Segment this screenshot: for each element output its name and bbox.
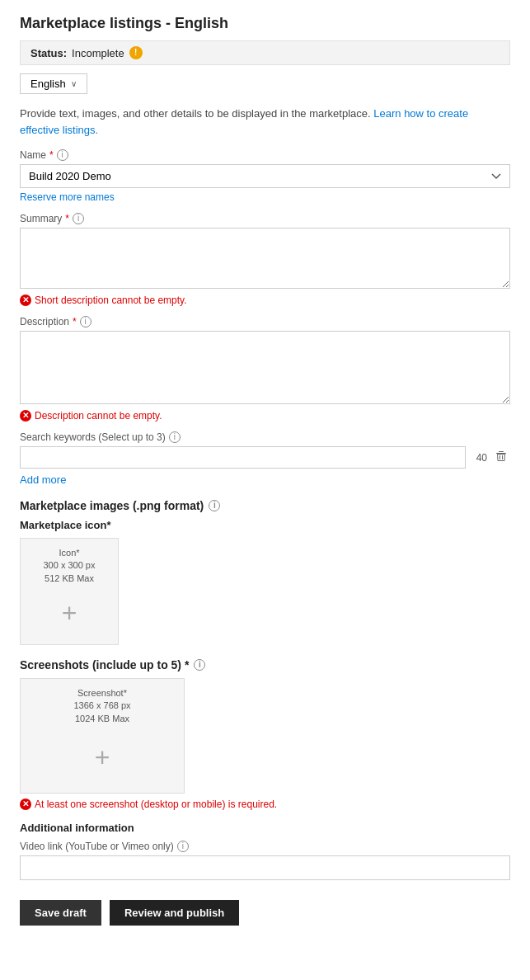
- icon-plus-icon: +: [62, 600, 77, 626]
- chevron-down-icon: ∨: [71, 79, 77, 88]
- screenshots-error-icon: ✕: [20, 799, 31, 810]
- screenshots-heading: Screenshots (include up to 5) * i: [20, 658, 510, 671]
- summary-error-icon: ✕: [20, 294, 31, 306]
- video-field-group: Video link (YouTube or Vimeo only) i: [20, 841, 510, 880]
- name-required: *: [49, 149, 54, 161]
- keywords-field-group: Search keywords (Select up to 3) i 40 Ad…: [20, 431, 510, 486]
- summary-field-group: Summary * i ✕ Short description cannot b…: [20, 213, 510, 306]
- name-info-icon[interactable]: i: [57, 149, 68, 161]
- keyword-delete-button[interactable]: [492, 449, 510, 466]
- status-icon: !: [129, 46, 143, 59]
- icon-upload-box[interactable]: Icon* 300 x 300 px 512 KB Max +: [20, 538, 119, 645]
- name-field-group: Name * i Build 2020 Demo Reserve more na…: [20, 149, 510, 203]
- description-label: Description * i: [20, 316, 510, 327]
- screenshot-plus-icon: +: [95, 744, 110, 770]
- keyword-count: 40: [471, 452, 487, 464]
- keywords-label: Search keywords (Select up to 3) i: [20, 431, 510, 443]
- trash-icon: [495, 450, 507, 462]
- page-title: Marketplace listings - English: [20, 15, 510, 32]
- bottom-buttons: Save draft Review and publish: [20, 900, 510, 926]
- svg-rect-1: [499, 451, 504, 452]
- description-error: ✕ Description cannot be empty.: [20, 410, 510, 422]
- language-button[interactable]: English ∨: [20, 73, 87, 94]
- info-text: Provide text, images, and other details …: [20, 106, 510, 138]
- status-value: Incomplete: [72, 47, 124, 59]
- name-label: Name * i: [20, 149, 510, 161]
- summary-error: ✕ Short description cannot be empty.: [20, 294, 510, 306]
- description-field-group: Description * i ✕ Description cannot be …: [20, 316, 510, 422]
- screenshots-error: ✕ At least one screenshot (desktop or mo…: [20, 799, 510, 810]
- screenshots-info-icon[interactable]: i: [194, 659, 205, 671]
- description-info-icon[interactable]: i: [80, 316, 91, 327]
- marketplace-icon-heading: Marketplace icon*: [20, 519, 510, 531]
- marketplace-images-heading: Marketplace images (.png format) i: [20, 499, 510, 512]
- screenshot-upload-box[interactable]: Screenshot* 1366 x 768 px 1024 KB Max +: [20, 678, 185, 794]
- status-bar: Status: Incomplete !: [20, 40, 510, 65]
- marketplace-images-info-icon[interactable]: i: [209, 500, 220, 511]
- summary-label: Summary * i: [20, 213, 510, 224]
- keywords-info-icon[interactable]: i: [169, 431, 181, 443]
- reserve-names-link[interactable]: Reserve more names: [20, 191, 510, 203]
- add-more-link[interactable]: Add more: [20, 474, 510, 486]
- description-error-icon: ✕: [20, 410, 31, 422]
- screenshot-upload-label: Screenshot* 1366 x 768 px 1024 KB Max: [73, 687, 130, 725]
- icon-upload-label: Icon* 300 x 300 px 512 KB Max: [44, 547, 96, 585]
- additional-info-section: Additional information Video link (YouTu…: [20, 822, 510, 880]
- save-draft-button[interactable]: Save draft: [20, 900, 101, 926]
- keyword-row: 40: [20, 446, 510, 469]
- svg-rect-0: [496, 453, 506, 454]
- description-required: *: [73, 316, 77, 327]
- summary-info-icon[interactable]: i: [73, 213, 84, 224]
- status-label: Status:: [30, 47, 67, 59]
- description-textarea[interactable]: [20, 331, 510, 404]
- video-input[interactable]: [20, 855, 510, 880]
- video-label: Video link (YouTube or Vimeo only) i: [20, 841, 510, 852]
- review-publish-button[interactable]: Review and publish: [110, 900, 239, 926]
- name-select[interactable]: Build 2020 Demo: [20, 164, 510, 188]
- keyword-input[interactable]: [20, 446, 466, 469]
- video-info-icon[interactable]: i: [177, 841, 189, 852]
- additional-info-heading: Additional information: [20, 822, 510, 834]
- summary-textarea[interactable]: [20, 228, 510, 289]
- language-label: English: [30, 78, 66, 90]
- summary-required: *: [65, 213, 69, 224]
